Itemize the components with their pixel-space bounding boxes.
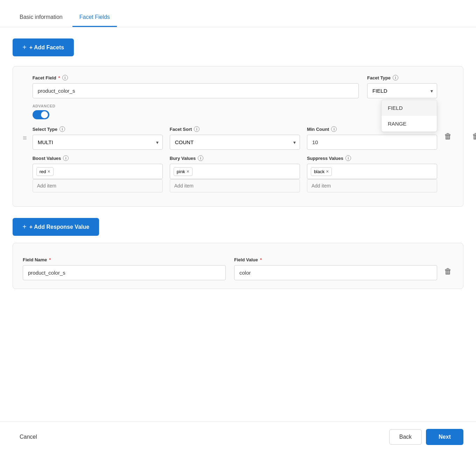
tab-facet-fields[interactable]: Facet Fields <box>72 8 117 27</box>
back-button[interactable]: Back <box>389 429 422 445</box>
footer-right: Back Next <box>389 429 463 445</box>
select-type-label: Select Type i <box>33 126 163 132</box>
next-button[interactable]: Next <box>426 429 463 445</box>
facet-field-info-icon[interactable]: i <box>62 75 68 80</box>
advanced-label: ADVANCED <box>33 104 437 108</box>
response-trash-icon: 🗑 <box>444 267 452 276</box>
suppress-values-info-icon[interactable]: i <box>345 155 351 161</box>
trash-icon: 🗑 <box>444 132 452 141</box>
facet-type-select-wrapper: FIELD ▾ FIELD RANGE <box>367 83 437 98</box>
three-col-row: Select Type i MULTI SINGLE ▾ <box>33 126 437 150</box>
suppress-values-tags: black × <box>307 164 437 179</box>
facet-type-group: Facet Type i FIELD ▾ FIELD <box>367 75 437 98</box>
boost-values-add-input[interactable] <box>33 179 163 192</box>
boost-tag-red: red × <box>36 167 54 176</box>
facet-field-input[interactable] <box>33 83 359 98</box>
facet-card: ≡ Facet Field * i <box>13 66 463 207</box>
boost-values-group: Boost Values i red × <box>33 155 163 192</box>
field-value-group: Field Value * <box>234 257 437 280</box>
field-value-input[interactable] <box>234 265 437 280</box>
field-name-label: Field Name * <box>23 257 226 262</box>
facet-sort-select[interactable]: COUNT INDEX <box>170 135 300 150</box>
cancel-button[interactable]: Cancel <box>13 430 44 444</box>
response-plus-icon: + <box>22 223 27 231</box>
boost-tag-red-remove[interactable]: × <box>47 169 50 174</box>
bury-values-tags: pink × <box>170 164 300 179</box>
facet-card-delete-button[interactable]: 🗑 <box>443 130 453 142</box>
boost-values-label: Boost Values i <box>33 155 163 161</box>
facet-type-option-range[interactable]: RANGE <box>382 116 437 132</box>
facet-field-group: Facet Field * i <box>33 75 359 98</box>
response-fields-row: Field Name * Field Value * <box>23 257 437 280</box>
select-type-group: Select Type i MULTI SINGLE ▾ <box>33 126 163 150</box>
values-row: Boost Values i red × <box>33 155 437 192</box>
select-type-select[interactable]: MULTI SINGLE <box>33 135 163 150</box>
response-section: + + Add Response Value Field Name * <box>13 218 463 289</box>
facet-type-info-icon[interactable]: i <box>393 75 398 80</box>
facet-type-dropdown-menu: FIELD RANGE <box>381 100 437 132</box>
select-type-select-wrapper: MULTI SINGLE ▾ <box>33 135 163 150</box>
facet-type-dropdown-trigger[interactable]: FIELD <box>367 83 437 98</box>
bury-tag-pink: pink × <box>174 167 192 176</box>
select-type-info-icon[interactable]: i <box>59 126 65 132</box>
advanced-toggle[interactable] <box>33 110 49 119</box>
tab-basic-information[interactable]: Basic information <box>13 8 70 27</box>
boost-values-info-icon[interactable]: i <box>63 155 69 161</box>
facet-field-label: Facet Field * i <box>33 75 359 80</box>
suppress-values-label: Suppress Values i <box>307 155 437 161</box>
suppress-tag-black: black × <box>311 167 332 176</box>
field-value-label: Field Value * <box>234 257 437 262</box>
facet-card-outer-delete-button[interactable]: 🗑 <box>471 130 476 142</box>
response-card: Field Name * Field Value * <box>13 243 463 289</box>
facet-sort-label: Facet Sort i <box>170 126 300 132</box>
field-name-input[interactable] <box>23 265 226 280</box>
facet-type-label: Facet Type i <box>367 75 437 80</box>
bury-values-label: Bury Values i <box>170 155 300 161</box>
footer-bar: Cancel Back Next <box>0 422 476 452</box>
min-count-info-icon[interactable]: i <box>331 126 337 132</box>
main-content: + + Add Facets ≡ Facet Field * i <box>0 27 476 422</box>
bury-values-group: Bury Values i pink × <box>170 155 300 192</box>
add-response-label: + Add Response Value <box>29 224 89 230</box>
add-facets-label: + Add Facets <box>29 44 64 51</box>
suppress-tag-black-remove[interactable]: × <box>326 169 329 174</box>
facet-sort-info-icon[interactable]: i <box>194 126 200 132</box>
trash-icon-outer: 🗑 <box>472 132 476 141</box>
facet-form: Facet Field * i Facet Type i <box>33 75 437 198</box>
suppress-values-group: Suppress Values i black × <box>307 155 437 192</box>
bury-values-add-input[interactable] <box>170 179 300 192</box>
add-response-value-button[interactable]: + + Add Response Value <box>13 218 99 236</box>
min-count-input[interactable] <box>307 135 437 150</box>
advanced-row: ADVANCED <box>33 104 437 121</box>
plus-icon: + <box>22 43 27 51</box>
bury-tag-pink-remove[interactable]: × <box>187 169 189 174</box>
add-facets-button[interactable]: + + Add Facets <box>13 38 74 56</box>
bury-values-info-icon[interactable]: i <box>198 155 203 161</box>
facet-sort-select-wrapper: COUNT INDEX ▾ <box>170 135 300 150</box>
boost-values-tags: red × <box>33 164 163 179</box>
suppress-values-add-input[interactable] <box>307 179 437 192</box>
facet-sort-group: Facet Sort i COUNT INDEX ▾ <box>170 126 300 150</box>
facet-type-option-field[interactable]: FIELD <box>382 100 437 116</box>
field-name-group: Field Name * <box>23 257 226 280</box>
tab-bar: Basic information Facet Fields <box>0 0 476 27</box>
response-card-delete-button[interactable]: 🗑 <box>443 266 453 277</box>
facet-type-selected-value: FIELD <box>372 88 387 94</box>
drag-handle-icon[interactable]: ≡ <box>23 134 27 142</box>
